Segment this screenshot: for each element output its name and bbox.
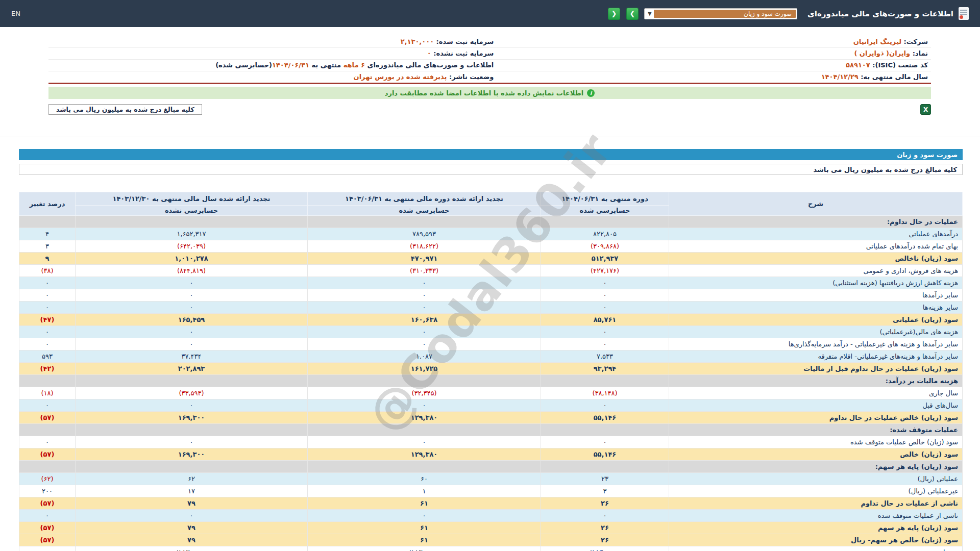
row-label: هزینه های مالی(غیرعملیاتی): [669, 326, 963, 338]
info-label: منتهی به: [309, 61, 344, 69]
info-cell: نماد: وایران( ذوایران ): [497, 47, 931, 59]
info-icon: i: [587, 89, 595, 97]
info-label: سال مالی منتهی به:: [859, 73, 928, 81]
row-label: ناشی از عملیات متوقف شده: [669, 510, 963, 522]
row-value: ۰: [308, 302, 541, 314]
row-value: ۰: [19, 399, 76, 412]
table-row: سود (زیان) پایه هر سهم۲۶۶۱۷۹(۵۷): [19, 522, 963, 534]
row-value: (۱۸): [19, 387, 76, 399]
col-header-percent-change: درصد تغییر: [19, 192, 76, 216]
income-statement-section: صورت سود و زیان کلیه مبالغ درج شده به می…: [19, 149, 963, 551]
next-report-button[interactable]: ❯: [626, 8, 639, 20]
info-label: سرمایه ثبت شده:: [434, 38, 494, 45]
col-header-prior-period: تجدید ارائه شده دوره مالی منتهی به ۱۴۰۳/…: [308, 192, 541, 206]
info-label: شرکت:: [901, 38, 928, 45]
amounts-row: X کلیه مبالغ درج شده به میلیون ریال می ب…: [48, 104, 931, 115]
row-value: ۰: [308, 277, 541, 289]
row-value: [308, 375, 541, 387]
page-title: اطلاعات و صورت‌های مالی میاندوره‌ای: [807, 9, 953, 18]
row-value: [308, 424, 541, 436]
row-value: ۹: [19, 253, 76, 265]
row-label: سود (زیان) عملیات در حال تداوم قبل از ما…: [669, 363, 963, 375]
row-value: [541, 375, 669, 387]
info-row: سال مالی منتهی به: ۱۴۰۴/۱۲/۲۹وضعیت ناشر:…: [48, 71, 931, 83]
row-value: ۰: [76, 338, 308, 350]
info-cell: وضعیت ناشر: پذیرفته شده در بورس تهران: [48, 71, 497, 83]
row-value: ۵۹۳: [19, 350, 76, 363]
table-row: سال‌های قبل۰۰۰۰: [19, 399, 963, 412]
row-value: ۷۹: [76, 497, 308, 510]
row-value: [19, 375, 76, 387]
row-value: ۰: [76, 289, 308, 302]
table-row: ناشی از عملیات در حال تداوم۲۶۶۱۷۹(۵۷): [19, 497, 963, 510]
table-row: سال جاری(۳۸,۱۴۸)(۳۲,۳۴۵)(۳۳,۵۹۳)(۱۸): [19, 387, 963, 399]
row-label: عملیات در حال تداوم:: [669, 216, 963, 228]
info-value: ۱۴۰۴/۰۶/۳۱: [272, 61, 309, 69]
row-value: ۴۷۰,۹۷۱: [308, 253, 541, 265]
table-row: سایر هزینه‌ها۰۰۰۰: [19, 302, 963, 314]
row-value: ۱۶۰,۶۳۸: [308, 314, 541, 326]
table-row: سود (زیان) خالص۵۵,۱۴۶۱۲۹,۳۸۰۱۶۹,۳۰۰(۵۷): [19, 448, 963, 461]
row-value: (۳۱۸,۶۲۲): [308, 240, 541, 253]
statement-title-bar: صورت سود و زیان: [19, 149, 963, 160]
row-value: ۱۲۹,۳۸۰: [308, 448, 541, 461]
section-divider: [0, 137, 980, 137]
row-value: [19, 461, 76, 473]
row-label: عملیاتی (ریال): [669, 473, 963, 485]
income-table-body: عملیات در حال تداوم:درآمدهای عملیاتی۸۲۲,…: [19, 216, 963, 551]
row-value: (۵۷): [19, 522, 76, 534]
row-label: سایر درآمدها و هزینه های غیرعملیاتی - در…: [669, 338, 963, 350]
table-row: ناشی از عملیات متوقف شده۰۰۰۰: [19, 510, 963, 522]
report-type-selected-value: صورت سود و زیان: [654, 10, 796, 18]
row-value: ۰: [308, 338, 541, 350]
row-value: ۰: [541, 399, 669, 412]
row-value: ۰: [76, 277, 308, 289]
row-value: ۶۱: [308, 534, 541, 546]
language-toggle-en[interactable]: EN: [11, 10, 20, 17]
row-value: ۰: [19, 277, 76, 289]
row-label: سال‌های قبل: [669, 399, 963, 412]
report-doc-icon: [959, 7, 969, 20]
info-value: ۰: [427, 49, 431, 57]
row-value: [308, 461, 541, 473]
row-value: ۰: [76, 302, 308, 314]
info-label: وضعیت ناشر:: [447, 73, 494, 81]
row-value: ۰: [541, 326, 669, 338]
row-value: ۱۶۹,۳۰۰: [76, 448, 308, 461]
row-value: [308, 216, 541, 228]
row-value: [76, 424, 308, 436]
info-cell: کد صنعت (ISIC): ۵۸۹۱۰۷: [497, 59, 931, 71]
row-value: (۳۸,۱۴۸): [541, 387, 669, 399]
row-value: ۰: [19, 302, 76, 314]
row-label: سود (زیان) عملیاتی: [669, 314, 963, 326]
info-cell: سرمایه ثبت نشده: ۰: [48, 47, 497, 59]
row-value: ۲۳: [541, 473, 669, 485]
row-label: سایر هزینه‌ها: [669, 302, 963, 314]
row-value: ۱۷: [76, 485, 308, 497]
row-value: ۰: [308, 289, 541, 302]
info-value: پذیرفته شده در بورس تهران: [354, 73, 447, 81]
row-value: [541, 216, 669, 228]
row-value: ۱,۶۵۲,۳۱۷: [76, 228, 308, 240]
row-value: ۰: [19, 546, 76, 551]
excel-export-icon[interactable]: X: [920, 104, 931, 115]
row-value: (۵۷): [19, 448, 76, 461]
row-value: ۶۰: [308, 473, 541, 485]
row-label: سایر درآمدها: [669, 289, 963, 302]
info-label: سرمایه ثبت نشده:: [431, 49, 494, 57]
col-header-prior-year: تجدید ارائه شده سال مالی منتهی به ۱۴۰۳/۱…: [76, 192, 308, 206]
row-value: (۳۲,۳۴۵): [308, 387, 541, 399]
previous-report-button[interactable]: ❮: [608, 8, 620, 20]
section-row: عملیات در حال تداوم:: [19, 216, 963, 228]
table-row: سود (زیان) خالص عملیات متوقف شده۰۰۰۰: [19, 436, 963, 448]
info-value: لیزینگ ایرانیان: [853, 38, 901, 45]
report-type-select[interactable]: صورت سود و زیان ▼: [644, 8, 797, 19]
row-value: ۱۲۹,۳۸۰: [308, 412, 541, 424]
row-value: ۰: [541, 510, 669, 522]
signed-info-text: اطلاعات نمایش داده شده با اطلاعات امضا ش…: [385, 89, 584, 97]
row-value: ۲۶: [541, 534, 669, 546]
row-label: سود (زیان) خالص عملیات متوقف شده: [669, 436, 963, 448]
row-label: عملیات متوقف شده:: [669, 424, 963, 436]
row-value: ۱۶۹,۳۰۰: [76, 412, 308, 424]
row-value: ۶۱: [308, 497, 541, 510]
